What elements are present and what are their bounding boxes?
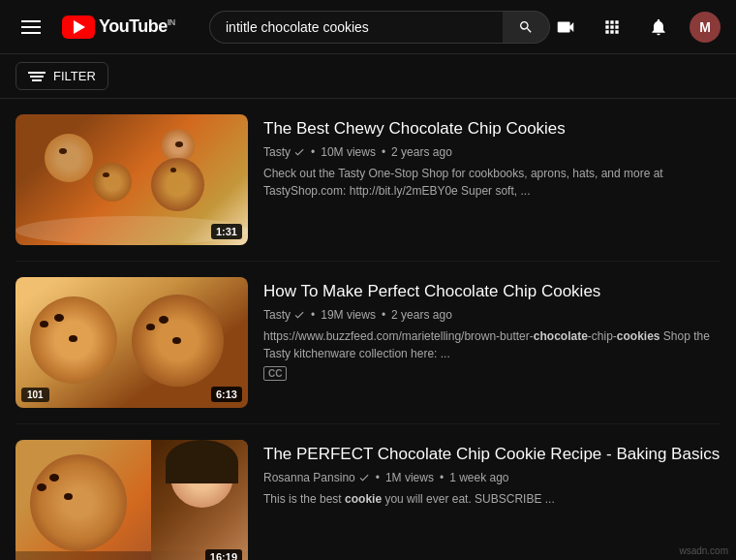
header-center [209, 11, 550, 44]
search-input[interactable] [209, 11, 503, 44]
dot-separator2: • [440, 471, 444, 484]
result-info: The Best Chewy Chocolate Chip Cookies Ta… [263, 114, 721, 245]
header-left: YouTubeIN [15, 12, 209, 43]
header-right: M [550, 12, 721, 43]
avatar[interactable]: M [690, 12, 721, 43]
youtube-logo[interactable]: YouTubeIN [62, 16, 175, 39]
logo-sub: IN [168, 17, 175, 27]
apps-icon [602, 17, 622, 37]
thumbnail-wrap: 16:19 [15, 440, 248, 560]
bell-icon [649, 17, 668, 37]
dot-separator2: • [382, 308, 385, 322]
thumbnail-3[interactable] [15, 440, 248, 560]
upload-age: 2 years ago [391, 308, 452, 322]
result-description: https://www.buzzfeed.com/marietelling/br… [263, 327, 721, 362]
result-meta: Rosanna Pansino • 1M views • 1 week ago [263, 471, 721, 484]
result-title[interactable]: The PERFECT Chocolate Chip Cookie Recipe… [263, 444, 721, 465]
table-row: 101 6:13 How To Make Perfect Chocolate C… [15, 262, 721, 424]
view-count: 1M views [385, 471, 434, 484]
duration-badge: 1:31 [211, 224, 242, 239]
search-form [209, 11, 550, 44]
filter-bar: FILTER [0, 54, 736, 99]
apps-button[interactable] [597, 12, 628, 43]
upload-age: 2 years ago [391, 145, 452, 159]
header: YouTubeIN M [0, 0, 736, 54]
notifications-button[interactable] [643, 12, 674, 43]
hamburger-icon [21, 20, 41, 34]
channel-name: Rosanna Pansino [263, 471, 370, 484]
result-description: Check out the Tasty One-Stop Shop for co… [263, 165, 721, 200]
logo-text: YouTube [99, 16, 168, 36]
cc-badge: CC [263, 366, 287, 381]
view-count: 19M views [321, 308, 376, 322]
verified-icon [293, 309, 305, 321]
badge-101: 101 [21, 388, 49, 402]
result-info: The PERFECT Chocolate Chip Cookie Recipe… [263, 440, 721, 560]
channel-text: Tasty [263, 145, 291, 159]
search-icon [518, 19, 534, 35]
table-row: 16:19 The PERFECT Chocolate Chip Cookie … [15, 424, 721, 560]
result-meta: Tasty • 10M views • 2 years ago [263, 145, 721, 159]
duration-badge: 16:19 [205, 549, 242, 560]
youtube-icon [62, 16, 95, 39]
menu-button[interactable] [15, 12, 46, 43]
dot-separator: • [311, 308, 315, 322]
filter-icon [28, 72, 46, 81]
verified-icon [358, 472, 370, 483]
result-title[interactable]: The Best Chewy Chocolate Chip Cookies [263, 118, 721, 140]
verified-icon [293, 146, 305, 158]
youtube-wordmark: YouTubeIN [99, 16, 175, 37]
thumbnail-wrap: 101 6:13 [15, 277, 248, 408]
create-button[interactable] [550, 12, 581, 43]
result-description: This is the best cookie you will ever ea… [263, 490, 721, 508]
duration-badge: 6:13 [211, 387, 242, 402]
filter-button[interactable]: FILTER [15, 62, 108, 90]
dot-separator: • [311, 145, 315, 159]
upload-age: 1 week ago [449, 471, 508, 484]
channel-name: Tasty [263, 145, 305, 159]
search-button[interactable] [503, 11, 550, 44]
result-info: How To Make Perfect Chocolate Chip Cooki… [263, 277, 721, 408]
results-container: 1:31 The Best Chewy Chocolate Chip Cooki… [0, 99, 736, 560]
dot-separator2: • [382, 145, 385, 159]
thumbnail-wrap: 1:31 [15, 114, 248, 245]
result-title[interactable]: How To Make Perfect Chocolate Chip Cooki… [263, 281, 721, 302]
play-triangle [74, 20, 85, 34]
view-count: 10M views [321, 145, 376, 159]
channel-name: Tasty [263, 308, 305, 322]
channel-text: Tasty [263, 308, 291, 322]
dot-separator: • [376, 471, 380, 484]
table-row: 1:31 The Best Chewy Chocolate Chip Cooki… [15, 99, 721, 262]
result-meta: Tasty • 19M views • 2 years ago [263, 308, 721, 322]
watermark: wsadn.com [679, 545, 728, 556]
channel-text: Rosanna Pansino [263, 471, 355, 484]
video-camera-icon [555, 16, 576, 38]
filter-label: FILTER [53, 69, 96, 83]
